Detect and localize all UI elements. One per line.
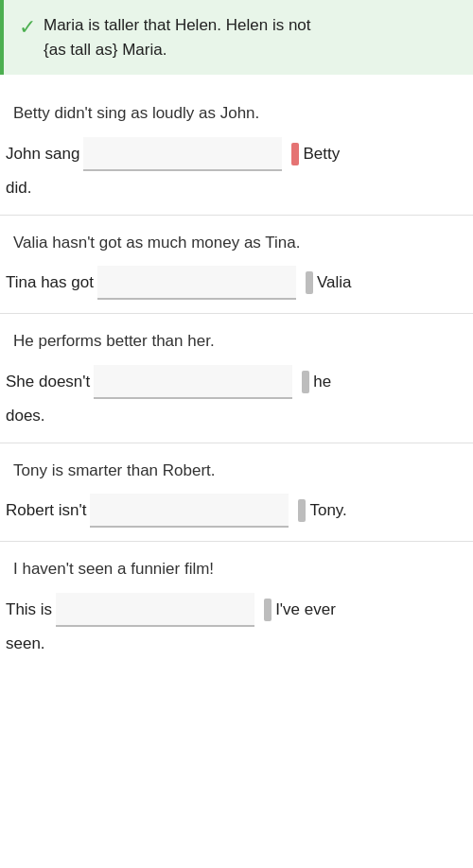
prefix-5: This is bbox=[6, 600, 56, 619]
answer-input-5[interactable] bbox=[56, 593, 254, 627]
warning-indicator-4 bbox=[298, 499, 306, 522]
fill-line-1: John sang Betty bbox=[6, 133, 467, 175]
answer-input-1[interactable] bbox=[83, 137, 282, 171]
correct-answer-text: Maria is taller that Helen. Helen is not… bbox=[44, 13, 311, 61]
divider-2 bbox=[0, 313, 473, 314]
suffix-4: Tony. bbox=[306, 501, 346, 520]
input-wrapper-2 bbox=[97, 266, 313, 300]
suffix-3: he bbox=[309, 373, 331, 391]
prompt-5: I haven't seen a funnier film! bbox=[6, 547, 467, 589]
checkmark-icon: ✓ bbox=[19, 15, 36, 40]
end-3: does. bbox=[6, 403, 467, 433]
correct-answer-block: ✓ Maria is taller that Helen. Helen is n… bbox=[0, 0, 473, 75]
divider-3 bbox=[0, 443, 473, 443]
answer-input-2[interactable] bbox=[97, 266, 296, 300]
warning-indicator-1 bbox=[291, 143, 299, 165]
answer-input-4[interactable] bbox=[90, 494, 289, 528]
prompt-1: Betty didn't sing as loudly as John. bbox=[6, 92, 467, 133]
exercise-group-2: Valia hasn't got as much money as Tina. … bbox=[0, 221, 473, 304]
exercise-group-5: I haven't seen a funnier film! This is I… bbox=[0, 547, 473, 661]
exercise-group-4: Tony is smarter than Robert. Robert isn'… bbox=[0, 449, 473, 532]
prefix-1: John sang bbox=[6, 145, 83, 164]
input-wrapper-3 bbox=[94, 365, 309, 399]
fill-line-3: She doesn't he bbox=[6, 361, 467, 403]
suffix-1: Betty bbox=[299, 145, 340, 164]
suffix-2: Valia bbox=[313, 273, 352, 292]
prompt-4: Tony is smarter than Robert. bbox=[6, 449, 467, 491]
fill-line-2: Tina has got Valia bbox=[6, 262, 467, 304]
exercise-group-3: He performs better than her. She doesn't… bbox=[0, 320, 473, 433]
fill-line-5: This is I've ever bbox=[6, 589, 467, 631]
suffix-5: I've ever bbox=[272, 600, 336, 619]
correct-line2: {as tall as} Maria. bbox=[44, 41, 166, 59]
divider-1 bbox=[0, 215, 473, 216]
input-wrapper-4 bbox=[90, 494, 306, 528]
warning-indicator-5 bbox=[264, 599, 272, 621]
divider-4 bbox=[0, 541, 473, 542]
prefix-2: Tina has got bbox=[6, 273, 97, 292]
exercise-group-1: Betty didn't sing as loudly as John. Joh… bbox=[0, 92, 473, 205]
correct-line1: Maria is taller that Helen. Helen is not bbox=[44, 16, 311, 34]
warning-indicator-2 bbox=[306, 271, 313, 294]
input-wrapper-1 bbox=[83, 137, 299, 171]
input-wrapper-5 bbox=[56, 593, 272, 627]
end-1: did. bbox=[6, 175, 467, 205]
answer-input-3[interactable] bbox=[94, 365, 292, 399]
warning-indicator-3 bbox=[302, 371, 309, 393]
fill-line-4: Robert isn't Tony. bbox=[6, 490, 467, 531]
prefix-3: She doesn't bbox=[6, 373, 94, 391]
prompt-3: He performs better than her. bbox=[6, 320, 467, 361]
end-5: seen. bbox=[6, 631, 467, 661]
prefix-4: Robert isn't bbox=[6, 501, 90, 520]
prompt-2: Valia hasn't got as much money as Tina. bbox=[6, 221, 467, 263]
